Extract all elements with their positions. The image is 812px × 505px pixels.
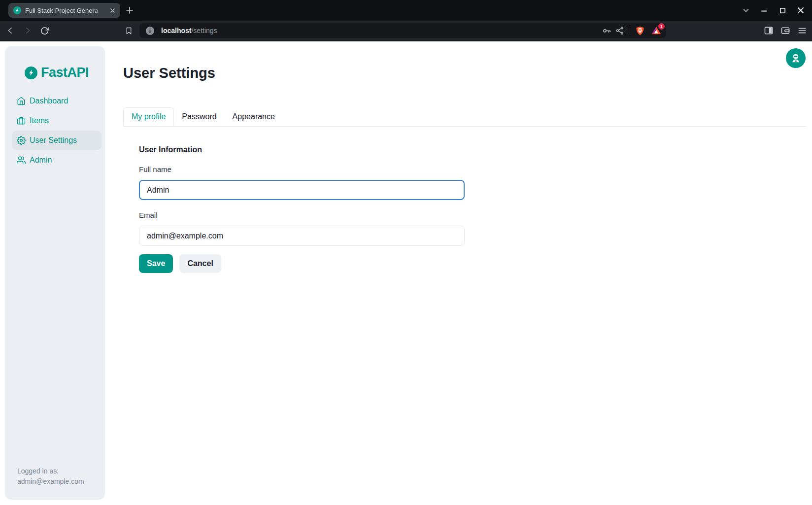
sidebar-item-label: Admin [30, 156, 52, 165]
gear-icon [17, 136, 26, 145]
email-label: Email [139, 211, 807, 219]
browser-tab[interactable]: Full Stack Project Genera [8, 3, 120, 18]
url-bar[interactable]: localhost/settings 1 [139, 23, 666, 38]
navbar-right-icons [764, 21, 807, 40]
save-button[interactable]: Save [139, 254, 173, 273]
browser-navbar: localhost/settings 1 [0, 21, 812, 41]
settings-tabs: My profile Password Appearance [123, 107, 807, 127]
sidebar-nav: Dashboard Items User Settings Admin [5, 91, 105, 170]
rewards-badge: 1 [658, 23, 665, 30]
sidebar-item-label: Items [30, 116, 49, 125]
form-actions: Save Cancel [139, 254, 807, 273]
bookmark-icon[interactable] [124, 26, 134, 35]
browser-titlebar: Full Stack Project Genera [0, 0, 812, 21]
user-menu-button[interactable] [786, 48, 806, 68]
fastapi-logo[interactable]: FastAPI [25, 65, 105, 80]
sidebar-item-label: User Settings [30, 136, 77, 145]
brave-shield-icon[interactable] [635, 26, 645, 35]
logged-in-label: Logged in as: [17, 466, 98, 476]
menu-hamburger-icon[interactable] [797, 26, 807, 35]
cancel-button[interactable]: Cancel [179, 254, 221, 273]
sidebar-panel-icon[interactable] [764, 26, 774, 35]
user-astronaut-icon [790, 53, 801, 64]
brave-rewards-button[interactable]: 1 [651, 25, 662, 36]
forward-button[interactable] [23, 26, 33, 35]
tab-appearance[interactable]: Appearance [225, 107, 283, 126]
users-icon [17, 156, 26, 165]
reload-button[interactable] [39, 26, 49, 35]
page-title: User Settings [123, 66, 807, 80]
window-controls [741, 0, 806, 21]
password-key-icon[interactable] [602, 26, 611, 35]
logged-in-email: admin@example.com [17, 476, 98, 487]
tab-password[interactable]: Password [174, 107, 224, 126]
url-host: localhost [161, 27, 191, 34]
tab-search-chevron-icon[interactable] [741, 5, 751, 16]
fastapi-favicon-icon [13, 6, 21, 14]
url-text: localhost/settings [161, 27, 217, 34]
sidebar-item-admin[interactable]: Admin [12, 150, 102, 170]
home-icon [17, 97, 26, 105]
tab-my-profile[interactable]: My profile [123, 107, 174, 126]
url-path: /settings [191, 27, 217, 34]
email-input[interactable] [139, 226, 465, 246]
back-button[interactable] [5, 26, 15, 35]
share-icon[interactable] [615, 26, 625, 35]
full-name-label: Full name [139, 165, 807, 173]
sidebar-item-items[interactable]: Items [12, 111, 102, 131]
sidebar-item-label: Dashboard [30, 97, 68, 105]
maximize-button[interactable] [777, 5, 788, 16]
section-title: User Information [139, 145, 807, 154]
toolbar-divider [630, 26, 630, 35]
sidebar-item-dashboard[interactable]: Dashboard [12, 91, 102, 111]
sidebar: FastAPI Dashboard Items User Settings [5, 46, 105, 500]
briefcase-icon [17, 116, 26, 125]
fastapi-logo-icon [25, 67, 37, 79]
sidebar-item-user-settings[interactable]: User Settings [12, 131, 102, 150]
new-tab-button[interactable] [123, 4, 136, 17]
site-info-icon[interactable] [145, 26, 155, 35]
tab-title: Full Stack Project Genera [25, 7, 108, 14]
minimize-button[interactable] [759, 5, 770, 16]
profile-panel: User Information Full name Email Save Ca… [123, 145, 807, 273]
tab-close-icon[interactable] [108, 6, 117, 15]
fastapi-logo-text: FastAPI [41, 65, 89, 80]
app-root: FastAPI Dashboard Items User Settings [0, 41, 812, 505]
close-window-button[interactable] [795, 5, 806, 16]
full-name-input[interactable] [139, 180, 465, 200]
main-area: User Settings My profile Password Appear… [105, 41, 812, 505]
wallet-icon[interactable] [780, 26, 790, 35]
logged-in-info: Logged in as: admin@example.com [17, 466, 98, 487]
